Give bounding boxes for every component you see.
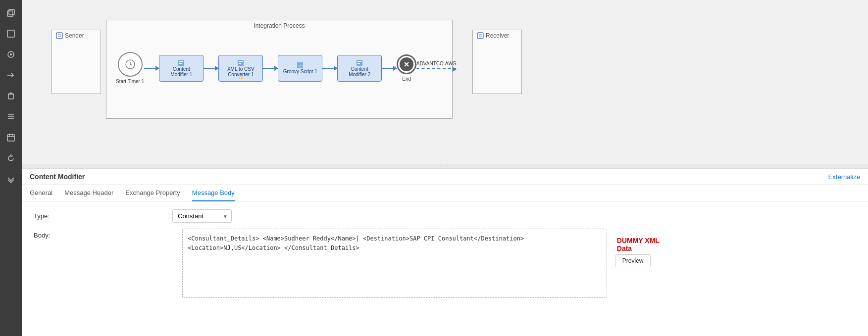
tab-message-header[interactable]: Message Header [64, 185, 113, 201]
body-content-area: <Consultant_Details> <Name>Sudheer Reddy… [182, 229, 667, 298]
content-modifier-1-step[interactable]: ContentModifier 1 [159, 55, 204, 82]
sidebar-item-refresh[interactable] [2, 149, 20, 167]
content-modifier-2-icon [356, 59, 363, 66]
receiver-icon [477, 32, 484, 39]
content-modifier-2-label: ContentModifier 2 [349, 66, 370, 77]
type-label: Type: [34, 209, 172, 220]
svg-text:</>: </> [298, 63, 304, 68]
svg-rect-2 [7, 30, 14, 37]
end-node-wrapper: End [397, 54, 416, 82]
svg-rect-32 [357, 61, 361, 62]
body-row: Body: <Consultant_Details> <Name>Sudheer… [34, 229, 856, 298]
svg-rect-24 [179, 61, 183, 62]
flow-container: Start Timer 1 ContentModifier 1 [116, 52, 456, 84]
body-textarea[interactable]: <Consultant_Details> <Name>Sudheer Reddy… [182, 229, 607, 298]
end-label: End [402, 76, 411, 82]
panel-title: Content Modifier [30, 173, 85, 181]
canvas-area: Sender Integration Process Receiver [22, 0, 868, 168]
groovy-script-node: </> Groovy Script 1 [278, 55, 322, 82]
type-select[interactable]: Constant [172, 209, 232, 223]
sender-label: Sender [52, 30, 101, 41]
dummy-xml-label: DUMMY XML Data [617, 237, 667, 252]
content-modifier-1-icon [178, 59, 185, 66]
end-x-icon [403, 60, 410, 68]
svg-point-4 [10, 53, 12, 55]
svg-line-22 [130, 64, 132, 65]
start-timer-label: Start Timer 1 [116, 79, 144, 84]
xml-csv-step[interactable]: XML to CSVConverter 1 ⚠ [218, 55, 263, 82]
xml-csv-icon [237, 59, 244, 66]
warning-badge: ⚠ [239, 74, 243, 80]
sender-box: Sender [51, 30, 101, 94]
dashed-arrow: ADVANTCO-AWS [416, 68, 456, 69]
groovy-script-step[interactable]: </> Groovy Script 1 [278, 55, 322, 82]
preview-button[interactable]: Preview [615, 254, 651, 267]
svg-rect-27 [239, 61, 243, 62]
svg-rect-10 [7, 135, 14, 141]
sidebar-item-window[interactable] [2, 25, 20, 43]
svg-rect-17 [477, 33, 483, 39]
timer-icon [125, 59, 136, 70]
arrow-3 [263, 68, 278, 69]
arrow-2 [204, 68, 218, 69]
bottom-panel: Content Modifier Externalize General Mes… [22, 168, 868, 336]
xml-csv-node: XML to CSVConverter 1 ⚠ [218, 55, 263, 82]
type-control: Constant ▼ [172, 209, 856, 223]
svg-rect-1 [9, 9, 14, 15]
svg-rect-28 [239, 63, 241, 64]
content-modifier-2-step[interactable]: ContentModifier 2 [337, 55, 382, 82]
receiver-label: Receiver [473, 30, 521, 41]
type-select-wrapper: Constant ▼ [172, 209, 232, 223]
svg-rect-6 [8, 94, 13, 99]
form-area: Type: Constant ▼ Body: <Consultant_Detai… [22, 201, 868, 336]
sidebar-item-list[interactable] [2, 108, 20, 126]
sidebar-item-calendar[interactable] [2, 129, 20, 146]
tab-exchange-property[interactable]: Exchange Property [125, 185, 180, 201]
type-row: Type: Constant ▼ [34, 209, 856, 223]
advantco-arrow-container: ADVANTCO-AWS [416, 68, 456, 69]
main-area: Sender Integration Process Receiver [22, 0, 868, 336]
start-timer-circle[interactable] [118, 52, 143, 77]
content-modifier-1-node: ContentModifier 1 [159, 55, 204, 82]
advantco-label: ADVANTCO-AWS [416, 61, 457, 66]
integration-process-label: Integration Process [106, 20, 452, 31]
externalize-link[interactable]: Externalize [828, 173, 860, 181]
groovy-script-label: Groovy Script 1 [283, 69, 317, 74]
sender-icon [56, 32, 63, 39]
svg-rect-0 [7, 11, 13, 16]
sidebar-item-expand[interactable] [2, 170, 20, 188]
body-label: Body: [34, 229, 172, 239]
resize-handle[interactable]: ··· [22, 164, 868, 168]
sidebar-item-copy[interactable] [2, 4, 20, 22]
sidebar [0, 0, 22, 336]
sidebar-item-arrow[interactable] [2, 66, 20, 84]
svg-rect-14 [56, 33, 62, 39]
arrow-5 [382, 68, 397, 69]
start-timer-node: Start Timer 1 [116, 52, 144, 84]
tab-general[interactable]: General [30, 185, 52, 201]
tab-message-body[interactable]: Message Body [192, 185, 235, 201]
tabs-bar: General Message Header Exchange Property… [22, 185, 868, 201]
content-modifier-1-label: ContentModifier 1 [170, 66, 192, 77]
svg-rect-33 [357, 63, 360, 64]
arrow-4 [322, 68, 337, 69]
end-node[interactable] [397, 54, 416, 74]
sidebar-item-circle[interactable] [2, 46, 20, 63]
groovy-icon: </> [297, 62, 304, 69]
arrow-1 [144, 68, 159, 69]
svg-rect-25 [179, 63, 182, 64]
sidebar-item-delete[interactable] [2, 87, 20, 105]
panel-header: Content Modifier Externalize [22, 169, 868, 185]
content-modifier-2-node: ContentModifier 2 [337, 55, 382, 82]
receiver-box: Receiver [472, 30, 522, 94]
